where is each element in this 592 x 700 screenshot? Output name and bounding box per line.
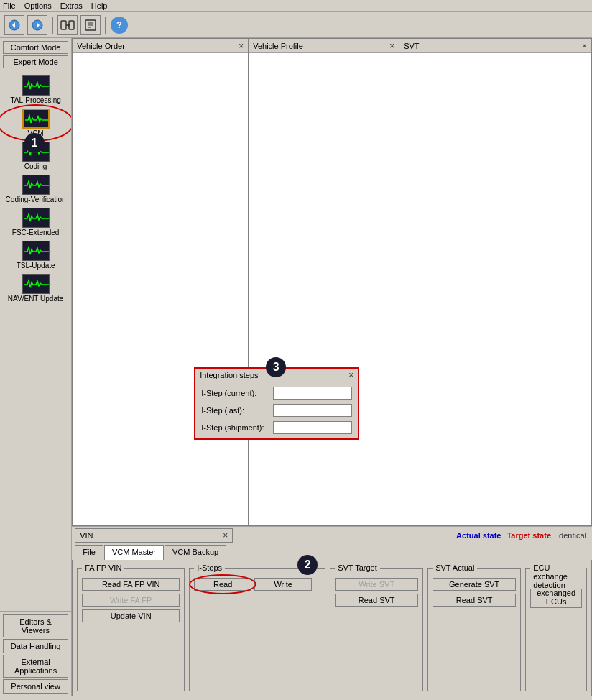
- vin-state-row: VIN × Actual state Target state Identica…: [72, 527, 592, 544]
- vehicle-profile-header: Vehicle Profile ×: [249, 39, 399, 53]
- vin-panel: VIN ×: [75, 528, 233, 543]
- integration-steps-box: 3 Integration steps × I-Step (current): …: [194, 367, 359, 440]
- bottom-section: VIN × Actual state Target state Identica…: [72, 527, 592, 696]
- vin-title: VIN: [80, 531, 93, 540]
- personal-view-button[interactable]: Personal view: [3, 679, 68, 694]
- menubar: File Options Extras Help: [0, 0, 592, 12]
- data-handling-button[interactable]: Data Handling: [3, 639, 68, 653]
- vcm-icon: [22, 109, 50, 129]
- fa-fp-vin-section: FA FP VIN Read FA FP VIN Write FA FP Upd…: [77, 568, 185, 691]
- coding-label: Coding: [24, 162, 47, 170]
- fsc-extended-icon: [22, 208, 50, 228]
- tab-vcm-backup[interactable]: VCM Backup: [165, 545, 226, 560]
- tab-file[interactable]: File: [75, 545, 103, 560]
- vehicle-profile-close[interactable]: ×: [389, 41, 394, 51]
- toolbar-separator-2: [105, 17, 106, 34]
- sidebar-top: Comfort Mode Expert Mode: [0, 38, 71, 71]
- istep-last-input[interactable]: [273, 404, 352, 417]
- svt-target-title: SVT Target: [335, 563, 380, 572]
- update-vin-button[interactable]: Update VIN: [82, 609, 180, 622]
- fa-fp-vin-buttons: Read FA FP VIN Write FA FP Update VIN: [82, 578, 180, 622]
- menu-extras[interactable]: Extras: [60, 1, 83, 10]
- read-button-wrapper: Read: [194, 578, 251, 591]
- istep-current-row: I-Step (current):: [201, 387, 352, 400]
- write-fa-fp-button[interactable]: Write FA FP: [82, 594, 180, 607]
- svt-target-buttons: Write SVT Read SVT: [335, 578, 418, 607]
- vehicle-order-content: [73, 53, 248, 525]
- svt-close[interactable]: ×: [582, 41, 587, 51]
- vehicle-order-header: Vehicle Order ×: [73, 39, 248, 53]
- comfort-mode-button[interactable]: Comfort Mode: [3, 41, 68, 54]
- menu-file[interactable]: File: [3, 1, 16, 10]
- nav-ent-update-icon: [22, 274, 50, 294]
- content-area: 1 Vehicle Order × Vehicle Profile ×: [72, 38, 592, 696]
- write-svt-button[interactable]: Write SVT: [335, 578, 418, 591]
- isteps-inner: Read Write: [194, 578, 320, 591]
- sidebar-item-tal-processing[interactable]: TAL-Processing: [3, 74, 68, 106]
- istep-last-row: I-Step (last):: [201, 404, 352, 417]
- editors-viewers-button[interactable]: Editors & Viewers: [3, 614, 68, 637]
- external-applications-button[interactable]: External Applications: [3, 655, 68, 678]
- main-layout: Comfort Mode Expert Mode TAL-Processing: [0, 38, 592, 696]
- integration-steps-close[interactable]: ×: [348, 370, 353, 380]
- isteps-buttons: Read Write: [194, 578, 320, 591]
- vin-close[interactable]: ×: [223, 530, 228, 540]
- istep-last-label: I-Step (last):: [201, 406, 273, 415]
- istep-shipment-input[interactable]: [273, 421, 352, 434]
- tabs-row: File VCM Master VCM Backup: [72, 544, 592, 560]
- export-button[interactable]: [80, 15, 101, 35]
- read-svt-actual-button[interactable]: Read SVT: [433, 594, 516, 607]
- write-button[interactable]: Write: [254, 578, 312, 591]
- fsc-extended-label: FSC-Extended: [12, 229, 60, 236]
- sidebar-item-tsl-update[interactable]: TSL-Update: [3, 239, 68, 271]
- back-button[interactable]: [4, 15, 24, 35]
- sidebar-bottom: Editors & Viewers Data Handling External…: [0, 611, 71, 696]
- svt-panel: SVT ×: [399, 38, 592, 526]
- istep-shipment-label: I-Step (shipment):: [201, 423, 273, 432]
- tal-processing-icon: [22, 75, 50, 96]
- expert-mode-button[interactable]: Expert Mode: [3, 55, 68, 68]
- isteps-title: I-Steps: [194, 563, 225, 572]
- sidebar-item-coding-verification[interactable]: Coding-Verification: [3, 173, 68, 205]
- coding-verification-label: Coding-Verification: [6, 195, 66, 203]
- menu-options[interactable]: Options: [24, 1, 52, 10]
- badge-3: 3: [266, 357, 286, 377]
- vehicle-order-panel: Vehicle Order ×: [72, 38, 248, 526]
- target-state-label: Target state: [507, 531, 551, 540]
- tal-processing-label: TAL-Processing: [10, 96, 60, 104]
- vehicle-profile-panel: Vehicle Profile ×: [248, 38, 399, 526]
- sidebar-item-fsc-extended[interactable]: FSC-Extended: [3, 206, 68, 238]
- identical-label: Identical: [557, 531, 586, 540]
- svt-actual-title: SVT Actual: [433, 563, 477, 572]
- connect-button[interactable]: [57, 15, 78, 35]
- svt-header: SVT ×: [399, 39, 591, 53]
- toolbar: ?: [0, 12, 592, 38]
- forward-button[interactable]: [27, 15, 47, 35]
- svt-actual-section: SVT Actual Generate SVT Read SVT: [427, 568, 521, 691]
- isteps-section: I-Steps 2 Read Write: [189, 568, 325, 691]
- sidebar-item-nav-ent-update[interactable]: NAV/ENT Update: [3, 272, 68, 304]
- fa-fp-vin-title: FA FP VIN: [82, 563, 124, 572]
- istep-shipment-row: I-Step (shipment):: [201, 421, 352, 434]
- tab-vcm-master[interactable]: VCM Master: [104, 545, 164, 560]
- tab-content-vcm-master: FA FP VIN Read FA FP VIN Write FA FP Upd…: [72, 560, 592, 696]
- generate-svt-button[interactable]: Generate SVT: [433, 578, 516, 591]
- vehicle-order-close[interactable]: ×: [239, 41, 244, 51]
- toolbar-separator: [52, 17, 53, 34]
- read-fa-fp-vin-button[interactable]: Read FA FP VIN: [82, 578, 180, 591]
- ecu-exchange-title: ECU exchange detection: [530, 563, 586, 589]
- svt-actual-buttons: Generate SVT Read SVT: [433, 578, 516, 607]
- read-svt-target-button[interactable]: Read SVT: [335, 594, 418, 607]
- badge-1: 1: [24, 133, 45, 153]
- help-button[interactable]: ?: [111, 17, 128, 34]
- panels-row: Vehicle Order × Vehicle Profile × SVT ×: [72, 38, 592, 527]
- menu-help[interactable]: Help: [91, 1, 108, 10]
- vehicle-profile-content: [249, 53, 399, 525]
- coding-verification-icon: [22, 175, 50, 195]
- integration-steps-body: I-Step (current): I-Step (last): I-Step …: [195, 382, 358, 438]
- actual-state-label: Actual state: [456, 531, 501, 540]
- read-button[interactable]: Read: [194, 578, 251, 591]
- state-labels-container: Actual state Target state Identical: [236, 531, 589, 540]
- istep-current-label: I-Step (current):: [201, 389, 273, 397]
- istep-current-input[interactable]: [273, 387, 352, 400]
